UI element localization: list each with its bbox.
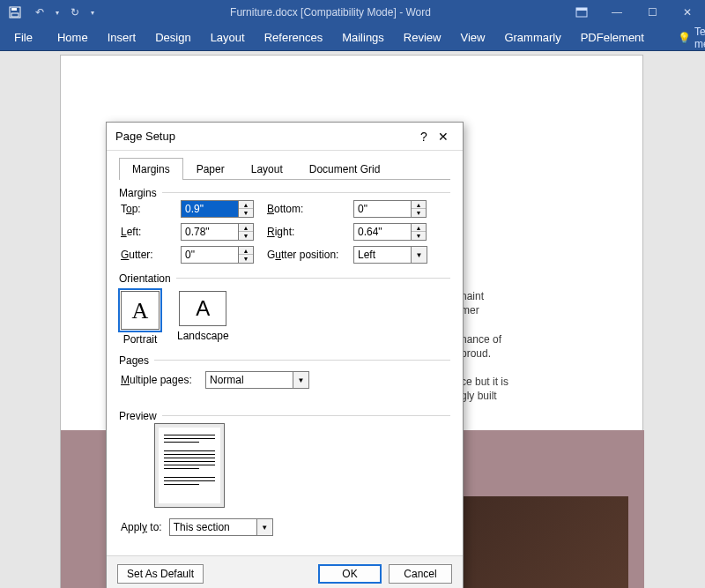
tab-view[interactable]: View — [458, 27, 486, 48]
preview-group-label: Preview — [119, 410, 162, 422]
multiple-pages-select[interactable]: ▼ — [205, 371, 311, 389]
apply-to-value[interactable] — [169, 518, 257, 536]
right-label: Right: — [267, 226, 346, 238]
ribbon-options-icon[interactable] — [564, 0, 599, 25]
svg-rect-4 — [576, 8, 587, 11]
gutter-label: Gutter: — [121, 249, 174, 261]
quick-access-toolbar: ↶ ▾ ↻ ▾ — [0, 2, 97, 23]
top-input[interactable] — [181, 200, 239, 218]
landscape-icon: A — [179, 291, 226, 326]
landscape-label: Landscape — [177, 330, 229, 342]
spin-up-icon[interactable]: ▲ — [412, 224, 426, 232]
tab-pdfelement[interactable]: PDFelement — [579, 27, 646, 48]
lightbulb-icon: 💡 — [678, 32, 691, 44]
gutter-spinner[interactable]: ▲▼ — [181, 246, 255, 264]
left-label: Left: — [121, 226, 174, 238]
tab-mailings[interactable]: Mailings — [340, 27, 386, 48]
qat-customize-icon[interactable]: ▾ — [88, 2, 97, 23]
minimize-icon[interactable]: — — [599, 0, 634, 25]
save-icon[interactable] — [4, 2, 26, 23]
maximize-icon[interactable]: ☐ — [634, 0, 670, 25]
tab-home[interactable]: Home — [56, 27, 90, 48]
close-dialog-icon[interactable]: ✕ — [433, 130, 454, 144]
margins-group-label: Margins — [119, 187, 162, 199]
apply-to-select[interactable]: ▼ — [169, 518, 275, 536]
tab-references[interactable]: References — [263, 27, 324, 48]
bottom-spinner[interactable]: ▲▼ — [353, 200, 427, 218]
undo-dropdown-icon[interactable]: ▾ — [53, 2, 62, 23]
left-input[interactable] — [181, 223, 239, 241]
right-spinner[interactable]: ▲▼ — [353, 223, 427, 241]
gutter-input[interactable] — [181, 246, 239, 264]
dialog-titlebar[interactable]: Page Setup ? ✕ — [107, 123, 463, 151]
orientation-group-label: Orientation — [119, 272, 176, 285]
tab-document-grid[interactable]: Document Grid — [296, 158, 394, 180]
tab-layout-dialog[interactable]: Layout — [238, 158, 296, 180]
page-setup-dialog: Page Setup ? ✕ Margins Paper Layout Docu… — [106, 122, 464, 588]
dialog-title: Page Setup — [115, 130, 415, 143]
tab-review[interactable]: Review — [402, 27, 443, 48]
titlebar: ↶ ▾ ↻ ▾ Furniture.docx [Compatibility Mo… — [0, 0, 705, 25]
tab-design[interactable]: Design — [153, 27, 192, 48]
preview-image — [154, 423, 225, 508]
spin-down-icon[interactable]: ▼ — [412, 209, 426, 217]
undo-icon[interactable]: ↶ — [28, 2, 51, 23]
gutter-position-value[interactable] — [353, 246, 412, 264]
page-body-text: naint mer nance of proud. ce but it is g… — [461, 289, 508, 404]
tell-me[interactable]: 💡 Tell me... — [678, 26, 705, 50]
tab-paper[interactable]: Paper — [183, 158, 238, 180]
redo-icon[interactable]: ↻ — [63, 2, 86, 23]
orientation-portrait[interactable]: A Portrait — [121, 291, 160, 346]
tab-file[interactable]: File — [7, 27, 40, 48]
spin-down-icon[interactable]: ▼ — [412, 232, 426, 240]
left-spinner[interactable]: ▲▼ — [181, 223, 255, 241]
tab-layout[interactable]: Layout — [209, 27, 247, 48]
chevron-down-icon[interactable]: ▼ — [293, 371, 309, 389]
portrait-label: Portrait — [123, 333, 158, 346]
chevron-down-icon[interactable]: ▼ — [412, 246, 427, 264]
set-as-default-button[interactable]: Set As Default — [117, 564, 204, 584]
orientation-landscape[interactable]: A Landscape — [177, 291, 229, 346]
chevron-down-icon[interactable]: ▼ — [257, 518, 273, 536]
svg-rect-1 — [11, 8, 17, 11]
spin-up-icon[interactable]: ▲ — [239, 247, 253, 255]
portrait-icon: A — [121, 291, 160, 330]
tab-margins[interactable]: Margins — [119, 158, 183, 180]
pages-group-label: Pages — [119, 354, 154, 367]
close-icon[interactable]: ✕ — [670, 0, 705, 25]
help-icon[interactable]: ? — [415, 130, 433, 144]
tell-me-label: Tell me... — [694, 26, 705, 50]
tab-grammarly[interactable]: Grammarly — [502, 27, 562, 48]
multiple-pages-label: Multiple pages: — [121, 374, 195, 386]
spin-up-icon[interactable]: ▲ — [239, 224, 253, 232]
spin-down-icon[interactable]: ▼ — [239, 255, 253, 263]
spin-down-icon[interactable]: ▼ — [239, 209, 253, 217]
dialog-button-row: Set As Default OK Cancel — [107, 555, 463, 588]
apply-to-label: Apply to: — [121, 521, 162, 533]
bottom-label: Bottom: — [267, 203, 346, 215]
spin-up-icon[interactable]: ▲ — [412, 201, 426, 209]
right-input[interactable] — [353, 223, 412, 241]
tab-insert[interactable]: Insert — [106, 27, 138, 48]
ribbon-tabs: File Home Insert Design Layout Reference… — [0, 25, 705, 51]
gutter-position-select[interactable]: ▼ — [353, 246, 427, 264]
top-spinner[interactable]: ▲▼ — [181, 200, 255, 218]
top-label: Top: — [121, 203, 174, 215]
svg-rect-2 — [11, 13, 19, 17]
cancel-button[interactable]: Cancel — [389, 564, 452, 584]
spin-up-icon[interactable]: ▲ — [239, 201, 253, 209]
dialog-tabs: Margins Paper Layout Document Grid — [119, 158, 450, 180]
multiple-pages-value[interactable] — [205, 371, 293, 389]
window-title: Furniture.docx [Compatibility Mode] - Wo… — [97, 6, 564, 19]
document-canvas: naint mer nance of proud. ce but it is g… — [0, 51, 705, 588]
window-controls: — ☐ ✕ — [564, 0, 705, 25]
ok-button[interactable]: OK — [318, 564, 382, 584]
bottom-input[interactable] — [353, 200, 412, 218]
gutter-position-label: Gutter position: — [267, 249, 346, 261]
spin-down-icon[interactable]: ▼ — [239, 232, 253, 240]
